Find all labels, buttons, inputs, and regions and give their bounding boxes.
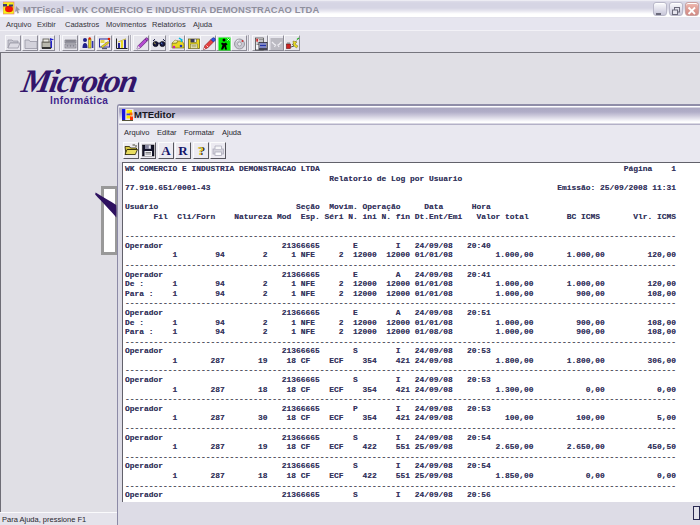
svg-text:?: ? <box>197 143 204 158</box>
svg-text:A: A <box>161 143 171 158</box>
svg-text:R: R <box>178 143 188 158</box>
